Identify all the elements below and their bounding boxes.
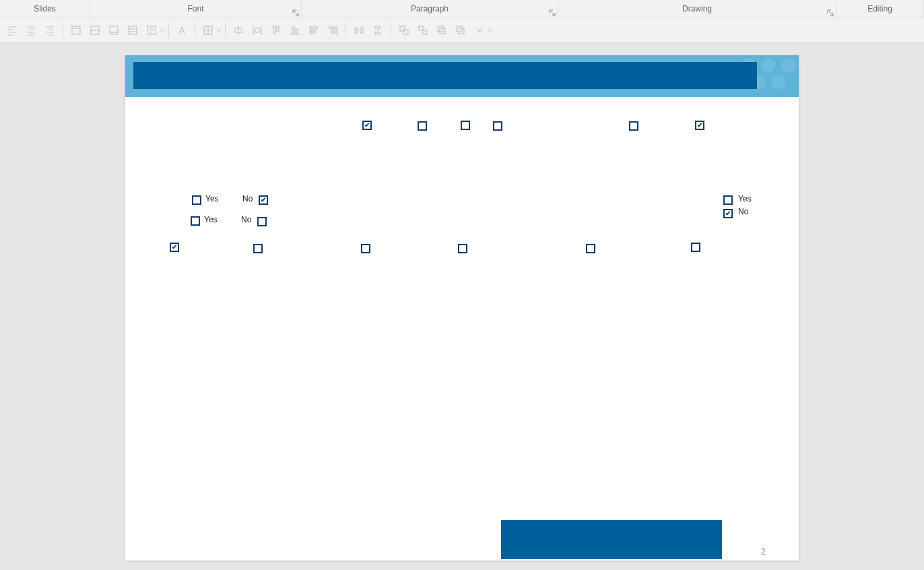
checkbox[interactable]: ✔ <box>259 195 268 205</box>
distribute-h-button[interactable] <box>351 22 367 38</box>
slide-canvas-area: 2 ✔✔YesNo✔YesNoYes✔No✔ <box>0 43 924 570</box>
svg-rect-14 <box>296 29 298 33</box>
send-backward-button[interactable] <box>453 22 469 38</box>
slide-page-number: 2 <box>761 547 766 557</box>
svg-rect-27 <box>440 28 445 34</box>
svg-rect-24 <box>403 30 408 34</box>
checkbox[interactable] <box>361 244 370 253</box>
ribbon-group-label-text: Slides <box>34 4 56 13</box>
dropdown-caret-icon[interactable] <box>488 28 493 33</box>
cell-margins-bottom-button[interactable] <box>106 22 122 38</box>
borders-button[interactable] <box>200 22 216 38</box>
svg-rect-16 <box>311 31 315 33</box>
svg-rect-11 <box>273 28 275 34</box>
checkbox[interactable]: ✔ <box>695 121 704 130</box>
checkbox[interactable] <box>586 244 595 253</box>
svg-rect-30 <box>459 28 464 34</box>
checkbox[interactable] <box>629 121 638 131</box>
svg-rect-21 <box>375 26 381 28</box>
check-icon: ✔ <box>364 122 370 129</box>
ribbon-group-label-text: Editing <box>867 4 892 13</box>
ungroup-button[interactable] <box>415 22 431 38</box>
slide[interactable]: 2 ✔✔YesNo✔YesNoYes✔No✔ <box>125 55 799 561</box>
align-top-button[interactable] <box>268 22 284 38</box>
ribbon-group-font: Font <box>90 0 302 17</box>
ribbon-group-label-text: Paragraph <box>411 4 449 13</box>
align-h-center-button[interactable] <box>230 22 246 38</box>
checkbox[interactable]: ✔ <box>723 209 733 218</box>
svg-rect-15 <box>311 27 317 29</box>
checkbox[interactable]: ✔ <box>170 243 179 252</box>
svg-rect-23 <box>400 26 405 31</box>
align-right-button[interactable] <box>42 22 58 38</box>
ribbon-group-label-text: Drawing <box>682 4 712 13</box>
dialog-launcher-icon[interactable] <box>292 9 299 15</box>
toolbar-separator <box>391 23 391 38</box>
check-icon: ✔ <box>725 210 731 217</box>
align-h-distribute-button[interactable] <box>249 22 265 38</box>
svg-rect-18 <box>331 31 335 33</box>
label-no: No <box>738 207 748 216</box>
svg-rect-4 <box>110 26 118 34</box>
align-right-edge-button[interactable] <box>325 22 341 38</box>
svg-rect-26 <box>423 30 427 34</box>
checkbox[interactable] <box>192 195 201 205</box>
checkbox[interactable] <box>493 121 502 131</box>
dialog-launcher-icon[interactable] <box>827 9 834 15</box>
distribute-v-button[interactable] <box>370 22 386 38</box>
cell-margins-middle-button[interactable] <box>87 22 103 38</box>
toolbar <box>0 18 924 43</box>
ribbon-group-editing: Editing <box>836 0 924 17</box>
svg-rect-19 <box>355 28 357 33</box>
svg-rect-0 <box>72 26 80 34</box>
svg-rect-28 <box>438 26 443 32</box>
check-icon: ✔ <box>261 197 266 203</box>
font-color-A-button[interactable] <box>174 22 190 38</box>
checkbox[interactable] <box>723 195 733 205</box>
slide-footer-box[interactable] <box>501 520 722 559</box>
dialog-launcher-icon[interactable] <box>549 9 556 15</box>
toolbar-separator <box>168 23 169 38</box>
bring-forward-button[interactable] <box>434 22 450 38</box>
svg-rect-25 <box>419 26 423 30</box>
text-direction-button[interactable] <box>143 22 160 38</box>
align-left-button[interactable] <box>4 22 20 38</box>
toolbar-separator <box>63 23 63 38</box>
label-yes: Yes <box>205 194 219 203</box>
dropdown-caret-icon[interactable] <box>216 28 222 33</box>
group-button[interactable] <box>396 22 412 38</box>
checkbox[interactable] <box>257 217 267 226</box>
svg-rect-12 <box>277 28 279 32</box>
checkbox[interactable] <box>691 243 700 252</box>
more-button[interactable] <box>471 22 488 38</box>
ribbon-group-drawing: Drawing <box>558 0 836 17</box>
toolbar-separator <box>345 23 346 38</box>
cell-margins-custom-button[interactable] <box>125 22 141 38</box>
slide-title-bar[interactable] <box>133 62 757 89</box>
checkbox[interactable] <box>253 244 263 253</box>
checkbox[interactable] <box>191 216 200 226</box>
checkbox[interactable] <box>461 121 470 130</box>
checkbox[interactable] <box>418 121 427 131</box>
label-no: No <box>241 215 251 224</box>
align-left-edge-button[interactable] <box>306 22 322 38</box>
check-icon: ✔ <box>172 244 177 251</box>
label-yes: Yes <box>738 194 752 203</box>
label-no: No <box>242 194 253 203</box>
svg-rect-17 <box>329 27 335 29</box>
svg-rect-22 <box>375 32 381 34</box>
cell-margins-top-button[interactable] <box>68 22 84 38</box>
svg-rect-13 <box>292 27 294 33</box>
checkbox[interactable] <box>458 244 467 253</box>
checkbox[interactable]: ✔ <box>362 121 372 130</box>
align-center-button[interactable] <box>23 22 39 38</box>
svg-rect-29 <box>457 26 462 32</box>
dropdown-caret-icon[interactable] <box>160 28 165 33</box>
label-yes: Yes <box>204 215 218 224</box>
svg-rect-10 <box>255 28 259 32</box>
svg-rect-6 <box>129 26 137 34</box>
toolbar-separator <box>195 23 195 38</box>
ribbon-group-paragraph: Paragraph <box>302 0 558 17</box>
ribbon-group-labels: SlidesFontParagraphDrawingEditing <box>0 0 924 18</box>
align-bottom-button[interactable] <box>287 22 303 38</box>
